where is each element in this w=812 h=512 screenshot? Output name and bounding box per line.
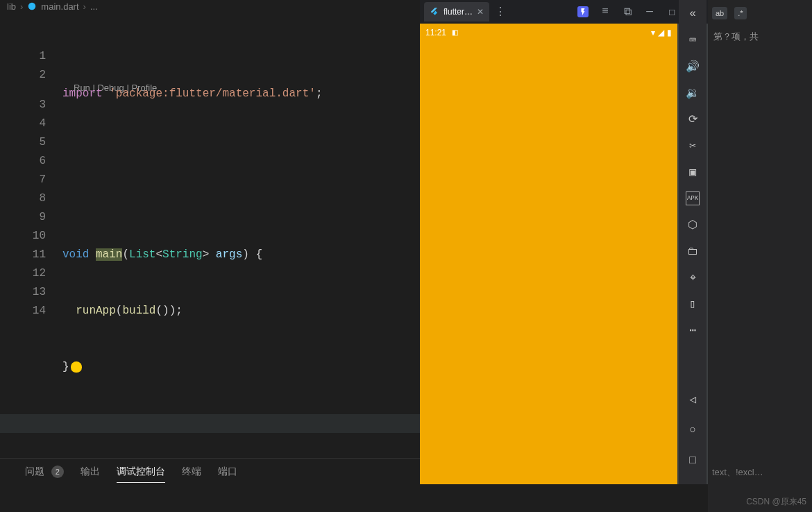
svg-point-0 <box>28 3 36 10</box>
function-call: build <box>122 305 155 317</box>
emulator-tab[interactable]: flutter… ✕ <box>424 2 489 22</box>
line-number: 14 <box>0 302 46 321</box>
type: List <box>129 248 155 261</box>
tab-label: 问题 <box>25 466 44 477</box>
more-options-icon[interactable]: ⋯ <box>686 323 700 337</box>
tab-terminal[interactable]: 终端 <box>182 466 201 483</box>
punct: < <box>155 248 162 261</box>
string-literal: 'package:flutter/material.dart' <box>109 87 316 100</box>
nav-recent-icon[interactable]: □ <box>686 454 700 468</box>
line-number: 5 <box>0 133 46 152</box>
watermark: CSDN @原来45 <box>746 496 806 508</box>
breadcrumb-more[interactable]: ... <box>90 1 98 12</box>
emulator-screen[interactable]: 11:21 ◧ ▾ ◢ ▮ <box>420 24 677 484</box>
tab-debug-console[interactable]: 调试控制台 <box>117 466 165 483</box>
chevron-right-icon: › <box>20 1 23 12</box>
line-number: 6 <box>0 152 46 171</box>
app-content[interactable] <box>420 41 677 484</box>
breadcrumb: lib › main.dart › ... <box>0 0 105 12</box>
line-number: 8 <box>0 189 46 208</box>
punct: ; <box>316 87 323 100</box>
line-number: 12 <box>0 264 46 283</box>
problems-count-badge: 2 <box>51 466 64 478</box>
volume-down-icon[interactable]: 🔉 <box>686 86 700 100</box>
dart-file-icon <box>27 1 37 11</box>
line-gutter: 1 2 3 4 5 6 7 8 9 10 11 12 13 14 <box>0 14 62 458</box>
emulator-titlebar[interactable]: flutter… ✕ ⋮ ≡ ⧉ — ☐ ✕ <box>420 0 708 24</box>
param: args <box>209 248 242 261</box>
function-call: runApp <box>76 305 116 317</box>
breadcrumb-file[interactable]: main.dart <box>41 1 78 12</box>
emulator-window: flutter… ✕ ⋮ ≡ ⧉ — ☐ ✕ 11:21 ◧ ▾ ◢ ▮ <box>420 0 708 484</box>
result-counter: 第？项，共 <box>708 26 812 47</box>
function-name: main <box>96 248 122 261</box>
line-number: 3 <box>0 96 46 114</box>
punct: } <box>62 361 69 373</box>
emulator-device: 11:21 ◧ ▾ ◢ ▮ <box>420 24 708 484</box>
tab-problems[interactable]: 问题 2 <box>25 466 64 483</box>
line-number: 2 <box>0 66 46 85</box>
maximize-icon[interactable]: ☐ <box>666 6 677 17</box>
restore-icon[interactable]: ⧉ <box>622 6 633 17</box>
collapse-icon[interactable]: « <box>686 7 700 21</box>
battery-icon: ▮ <box>667 28 672 37</box>
type: String <box>162 248 203 261</box>
punct: ); <box>169 305 183 317</box>
line-number: 1 <box>0 47 46 66</box>
keyword: import <box>62 87 103 100</box>
emulator-toolbar: « ⌨ 🔊 🔉 ⟳ ✂ ▣ APK ⬡ 🗀 ⌖ ▯ ⋯ ◁ ○ □ <box>679 0 707 484</box>
regex-button[interactable]: .* <box>734 7 746 19</box>
nav-home-icon[interactable]: ○ <box>686 423 700 437</box>
flutter-icon <box>430 7 439 17</box>
debug-badge-icon: ◧ <box>452 28 458 36</box>
punct: () <box>155 305 169 317</box>
rotate-icon[interactable]: ⟳ <box>686 112 700 126</box>
phone-icon[interactable]: ▯ <box>686 297 700 311</box>
punct: > <box>203 248 210 261</box>
menu-icon[interactable]: ≡ <box>600 6 611 17</box>
status-time: 11:21 <box>425 28 446 37</box>
breadcrumb-folder[interactable]: lib <box>7 1 16 12</box>
filter-hint: text、!excl… <box>712 466 763 479</box>
line-number: 13 <box>0 283 46 302</box>
line-number: 4 <box>0 114 46 133</box>
folder-icon[interactable]: 🗀 <box>686 244 700 258</box>
emulator-tab-label: flutter… <box>443 7 473 17</box>
punct: { <box>249 248 262 261</box>
chevron-right-icon: › <box>83 1 86 12</box>
tab-ports[interactable]: 端口 <box>218 466 237 483</box>
line-number: 11 <box>0 246 46 264</box>
android-status-bar: 11:21 ◧ ▾ ◢ ▮ <box>420 24 677 41</box>
screenshot-icon[interactable]: ▣ <box>686 165 700 179</box>
apk-icon[interactable]: APK <box>686 191 700 205</box>
find-panel: ab .* 第？项，共 text、!excl… <box>708 0 812 512</box>
more-icon[interactable]: ⋮ <box>495 5 506 19</box>
volume-up-icon[interactable]: 🔊 <box>686 60 700 74</box>
scissors-icon[interactable]: ✂ <box>686 139 700 153</box>
punct: ( <box>116 305 123 317</box>
line-number: 9 <box>0 208 46 227</box>
minimize-icon[interactable]: — <box>644 6 655 17</box>
tab-output[interactable]: 输出 <box>81 466 100 483</box>
match-case-button[interactable]: ab <box>712 7 727 19</box>
close-icon[interactable]: ✕ <box>477 7 484 17</box>
line-number: 7 <box>0 171 46 189</box>
punct: ) <box>242 248 249 261</box>
keyboard-icon[interactable]: ⌨ <box>686 33 700 47</box>
signal-icon: ◢ <box>658 28 664 37</box>
line-number: 10 <box>0 227 46 246</box>
tag-icon[interactable]: ⬡ <box>686 218 700 232</box>
wifi-icon: ▾ <box>651 28 655 37</box>
flash-icon[interactable] <box>577 6 589 17</box>
keyword: void <box>62 248 89 261</box>
punct: ( <box>122 248 129 261</box>
code-editor[interactable]: 1 2 3 4 5 6 7 8 9 10 11 12 13 14 import … <box>0 14 420 458</box>
current-line <box>0 414 420 433</box>
ab-label: ab <box>716 9 724 17</box>
lightbulb-icon[interactable] <box>71 361 82 373</box>
nav-back-icon[interactable]: ◁ <box>686 393 700 407</box>
code-content[interactable]: import 'package:flutter/material.dart'; … <box>62 14 420 458</box>
location-icon[interactable]: ⌖ <box>686 271 700 284</box>
